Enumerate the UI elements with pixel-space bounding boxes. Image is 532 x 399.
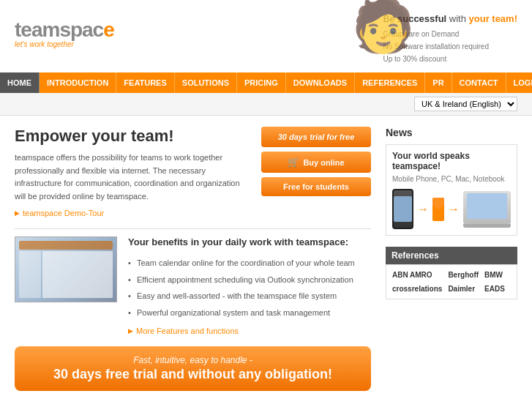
references-section: References ABN AMRO Berghoff BMW crossre… xyxy=(386,247,517,299)
nav-introduction[interactable]: INTRODUCTION xyxy=(40,72,116,93)
laptop-base xyxy=(463,224,511,228)
nav-home[interactable]: HOME xyxy=(0,72,40,93)
hero-title: Empower your team! xyxy=(15,127,250,146)
benefit-item: Team calendar online for the coordinatio… xyxy=(128,255,371,272)
reference-item: BMW xyxy=(482,269,513,281)
news-card-title: Your world speaks teamspace! xyxy=(392,151,511,171)
reference-item: EADS xyxy=(482,283,513,295)
news-title: News xyxy=(386,127,517,138)
benefit-item: Powerful organizational system and task … xyxy=(128,305,371,321)
screenshot-image xyxy=(15,236,117,302)
logo[interactable]: teamspace xyxy=(15,18,114,42)
cta-buttons: 30 days trial for free 🛒 Buy online Free… xyxy=(261,127,371,196)
page-wrapper: teamspace let's work together 🧑 Be succe… xyxy=(0,0,532,399)
benefits-list: Team calendar online for the coordinatio… xyxy=(128,255,371,321)
region-bar: UK & Ireland (English) xyxy=(0,93,532,116)
right-column: News Your world speaks teamspace! Mobile… xyxy=(386,127,517,391)
news-card: Your world speaks teamspace! Mobile Phon… xyxy=(386,144,517,236)
nav-solutions[interactable]: SOLUTIONS xyxy=(175,72,237,93)
hero-left: Empower your team! teamspace offers the … xyxy=(15,127,250,217)
main-content: Empower your team! teamspace offers the … xyxy=(0,116,532,399)
students-button[interactable]: Free for students xyxy=(261,177,371,196)
logo-area: teamspace let's work together xyxy=(15,7,114,48)
references-title: References xyxy=(386,247,517,264)
cta-banner-maintext: 30 days free trial and without any oblig… xyxy=(29,367,356,382)
trial-button[interactable]: 30 days trial for free xyxy=(261,127,371,147)
benefit-item: Easy and well-assorted - with the teamsp… xyxy=(128,288,371,305)
nav-pr[interactable]: PR xyxy=(425,72,452,93)
divider xyxy=(15,228,371,229)
cta-banner-toptext: Fast, intuitive, easy to handle - xyxy=(29,355,356,365)
region-selector[interactable]: UK & Ireland (English) xyxy=(414,97,517,111)
nav-features[interactable]: feaTuRES xyxy=(116,72,174,93)
header: teamspace let's work together 🧑 Be succe… xyxy=(0,0,532,72)
benefit-item: Efficient appointment scheduling via Out… xyxy=(128,272,371,288)
more-features-link[interactable]: More Features and functions xyxy=(128,327,371,335)
buy-button[interactable]: 🛒 Buy online xyxy=(261,152,371,173)
devices-image: → → xyxy=(392,189,511,229)
hero-description: teamspace offers the possibility for tea… xyxy=(15,152,250,203)
cta-banner[interactable]: Fast, intuitive, easy to handle - 30 day… xyxy=(15,346,371,391)
benefits-left: Your benefits in your daily work with te… xyxy=(128,236,371,335)
reference-item: Berghoff xyxy=(446,269,481,281)
cart-icon: 🛒 xyxy=(288,157,299,168)
arrow-icon: → xyxy=(417,203,429,216)
nav-login[interactable]: LOGIN xyxy=(506,72,532,93)
reference-item: ABN AMRO xyxy=(390,269,444,281)
arrow-icon-2: → xyxy=(448,203,460,216)
nav-pricing[interactable]: PRICING xyxy=(237,72,286,93)
laptop-device xyxy=(463,191,511,228)
reference-item: Daimler xyxy=(446,283,481,295)
benefits-section: Your benefits in your daily work with te… xyxy=(15,236,371,335)
laptop-screen xyxy=(467,193,507,219)
reference-item: crossrelations xyxy=(390,283,444,295)
phone-screen xyxy=(394,196,412,222)
laptop-top xyxy=(463,191,511,224)
content: UK & Ireland (English) Empower your team… xyxy=(0,93,532,399)
envelope-icon xyxy=(432,198,444,221)
hero-person: 🧑 xyxy=(351,0,415,51)
benefits-title: Your benefits in your daily work with te… xyxy=(128,236,371,247)
screenshot-box xyxy=(15,236,117,335)
hero-section: Empower your team! teamspace offers the … xyxy=(15,127,371,217)
phone-device xyxy=(392,189,413,229)
demo-tour-link[interactable]: teamspace Demo-Tour xyxy=(15,209,250,217)
navigation: HOME INTRODUCTION feaTuRES SOLUTIONS PRI… xyxy=(0,72,532,93)
logo-tagline: let's work together xyxy=(15,40,114,48)
news-card-subtitle: Mobile Phone, PC, Mac, Notebook xyxy=(392,175,511,183)
left-column: Empower your team! teamspace offers the … xyxy=(15,127,371,391)
references-grid: ABN AMRO Berghoff BMW crossrelations Dai… xyxy=(386,264,517,299)
nav-contact[interactable]: CONTACT xyxy=(452,72,506,93)
nav-downloads[interactable]: DOWNLOADS xyxy=(286,72,355,93)
news-section: News Your world speaks teamspace! Mobile… xyxy=(386,127,517,236)
nav-references[interactable]: REFERENCES xyxy=(355,72,425,93)
